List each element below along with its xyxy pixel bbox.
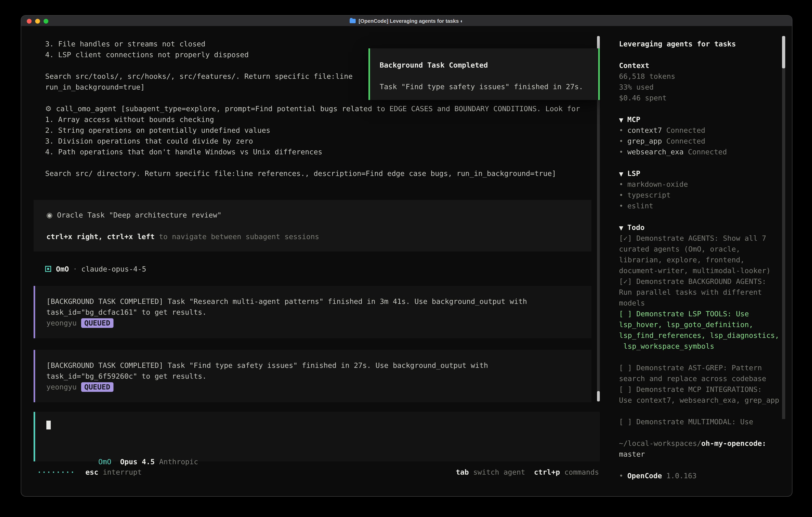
blank-line [619,405,792,416]
message-author: yeongyu [46,383,77,391]
blank-line [370,71,598,81]
terminal-window: [OpenCode] Leveraging agents for tasks ◐… [21,15,792,497]
traffic-lights [27,16,48,26]
agent-name: OmO [56,264,69,274]
notification-title: Background Task Completed [370,60,598,71]
sidebar-scrollbar-track[interactable] [782,36,785,419]
lsp-item: •eslint [619,200,792,211]
todo-item-line: search and replace across codebase [619,373,792,384]
context-spent: $0.46 spent [619,92,792,103]
bullet-icon: • [619,147,624,156]
blank-line [21,157,601,168]
maximize-button[interactable] [44,19,48,23]
bullet-icon: • [619,126,624,134]
gear-icon: ⚙ [45,104,52,113]
window-title-wrap: [OpenCode] Leveraging agents for tasks ◐ [21,16,792,26]
window-title: [OpenCode] Leveraging agents for tasks ◐ [359,18,463,24]
chevron-down-icon: ▼ [619,225,624,231]
terminal-line: 3. File handles or streams not closed [21,38,601,49]
message-text: task_id="bg_6f59260c" to get results. [35,371,591,381]
ctrlp-key-label: commands [564,467,599,478]
todo-heading[interactable]: ▼Todo [619,222,792,233]
todo-item-line: [✓] Demonstrate AGENTS: Show all 7 [619,233,792,244]
blank-line [619,211,792,222]
tool-call-item: 2. String operations on potentially unde… [21,125,601,136]
ctrlp-key-hint: ctrl+p [534,467,560,478]
oracle-task-panel: ◉Oracle Task "Deep architecture review" … [34,200,591,251]
todo-item-line: librarian, explore, frontend, [619,254,792,265]
blank-line [619,459,792,470]
context-used: 33% used [619,82,792,92]
main-scrollbar-thumb-bottom[interactable] [597,391,600,402]
background-task-message: [BACKGROUND TASK COMPLETED] Task "Resear… [34,286,591,338]
message-meta: yeongyuQUEUED [35,381,591,392]
bullet-icon: • [619,191,624,199]
todo-item-line: [ ] Demonstrate MULTIMODAL: Use [619,416,792,427]
titlebar[interactable]: [OpenCode] Leveraging agents for tasks ◐ [21,16,792,26]
notification-toast: Background Task Completed Task "Find typ… [369,48,600,100]
session-title: Leveraging agents for tasks [619,38,792,49]
text-cursor [46,420,51,430]
todo-item-line: [ ] Demonstrate AST-GREP: Pattern [619,362,792,373]
tool-call-item: 4. Path operations that don't handle Win… [21,146,601,157]
lsp-item: •typescript [619,190,792,200]
oracle-nav-hint: ctrl+x right, ctrl+x left to navigate be… [34,231,591,242]
bullet-icon: • [619,137,624,145]
oracle-task-title: ◉Oracle Task "Deep architecture review" [34,210,591,220]
session-sidebar: Leveraging agents for tasks Context 66,5… [601,26,792,496]
keybinding-text: ctrl+x right, ctrl+x left [46,232,155,241]
workspace-path: ~/local-workspaces/oh-my-opencode: [619,438,792,448]
tool-call-item: 1. Array access without bounds checking [21,114,601,125]
input-agent-name[interactable]: OmO [98,457,111,466]
message-author: yeongyu [46,319,77,327]
close-button[interactable] [27,19,32,23]
message-text: [BACKGROUND TASK COMPLETED] Task "Resear… [35,296,591,307]
status-bar: ········ esc interrupt tab switch agent … [37,467,599,478]
lsp-item: •markdown-oxide [619,179,792,190]
todo-item-line: lsp_workspace_symbols [619,341,792,351]
blank-line [619,351,792,362]
todo-item-line: Use context7, websearch_exa, grep_app [619,394,792,405]
screen: [OpenCode] Leveraging agents for tasks ◐… [0,0,812,517]
notification-body: Task "Find type safety issues" finished … [370,81,598,92]
chevron-down-icon: ▼ [619,117,624,123]
message-text: [BACKGROUND TASK COMPLETED] Task "Find t… [35,360,591,371]
input-model-row: OmOOpus 4.5Anthropic [46,445,198,456]
message-text: task_id="bg_dcfac161" to get results. [35,307,591,318]
mcp-item: •grep_app Connected [619,136,792,146]
esc-key-label: interrupt [103,467,142,478]
status-right-group: tab switch agent ctrl+p commands [456,467,599,478]
esc-key-hint: esc [85,467,98,478]
fisheye-icon: ◉ [46,211,53,219]
tab-key-label: switch agent [473,467,525,478]
blank-line [34,220,591,231]
terminal-tab-icon [350,19,356,23]
tool-call-line: Search src/ directory. Return specific f… [21,168,601,179]
chevron-down-icon: ▼ [619,171,624,177]
todo-item-line: curated agents (OmO, oracle, [619,244,792,254]
tool-call-item: 3. Division operations that could divide… [21,136,601,146]
mcp-item: •websearch_exa Connected [619,146,792,157]
input-model-name[interactable]: Opus 4.5 [120,457,155,466]
message-meta: yeongyuQUEUED [35,318,591,328]
version-line: •OpenCode 1.0.163 [619,470,792,481]
todo-item-line: Run parallel tasks with different [619,287,792,298]
todo-item-line: [ ] Demonstrate LSP TOOLS: Use [619,308,792,319]
context-tokens: 66,518 tokens [619,71,792,82]
lsp-heading[interactable]: ▼LSP [619,168,792,179]
separator-dot: · [73,264,77,274]
workspace-branch: master [619,448,792,459]
bullet-icon: • [619,201,624,210]
spinner-dots: ········ [37,467,75,478]
sidebar-scrollbar-thumb[interactable] [782,36,785,69]
prompt-input[interactable]: OmOOpus 4.5Anthropic [34,412,600,461]
minimize-button[interactable] [35,19,40,23]
input-provider-name: Anthropic [159,457,198,466]
todo-item-line: lsp_hover, lsp_goto_definition, [619,319,792,330]
mcp-heading[interactable]: ▼MCP [619,114,792,125]
context-heading: Context [619,60,792,71]
queued-badge: QUEUED [81,382,114,392]
queued-badge: QUEUED [81,318,114,328]
agent-square-icon [45,266,51,272]
background-task-message: [BACKGROUND TASK COMPLETED] Task "Find t… [34,350,591,402]
